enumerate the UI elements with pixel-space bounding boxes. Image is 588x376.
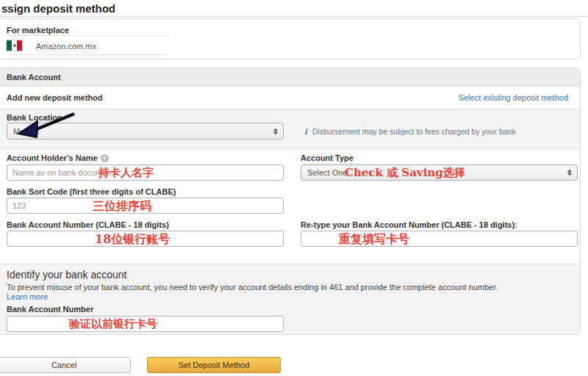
account-holder-label: Account Holder's Name?	[7, 153, 109, 162]
select-arrows-icon	[273, 128, 278, 134]
verify-account-number-input[interactable]	[7, 316, 284, 332]
bank-location-value: Mexico	[13, 127, 39, 136]
bank-account-header: Bank Account	[0, 68, 580, 87]
assign-deposit-method-page: ssign deposit method For marketplace Ama…	[0, 0, 588, 376]
add-method-row: Add new deposit method Select existing d…	[0, 87, 580, 109]
identify-heading: Identify your bank account	[7, 269, 126, 281]
select-existing-deposit-link[interactable]: Select existing deposit method	[459, 93, 568, 102]
mexico-flag-icon	[7, 40, 22, 51]
marketplace-card: For marketplace Amazon.com.mx	[0, 18, 581, 59]
info-icon: i	[304, 127, 307, 136]
bank-location-section: Bank Location Mexico iDisbursement may b…	[0, 109, 580, 149]
retype-account-number-input[interactable]	[301, 231, 578, 247]
verify-account-number-label: Bank Account Number	[7, 305, 93, 314]
marketplace-label: For marketplace	[7, 26, 69, 35]
divider	[7, 35, 168, 36]
cancel-button[interactable]: Cancel	[0, 357, 131, 373]
bank-account-card: Bank Account Add new deposit method Sele…	[0, 68, 581, 335]
help-icon[interactable]: ?	[101, 154, 109, 162]
account-type-value: Select One	[307, 168, 347, 177]
title-divider	[0, 16, 588, 17]
page-title: ssign deposit method	[1, 2, 115, 15]
bank-account-header-label: Bank Account	[7, 73, 61, 82]
identify-description: To prevent misuse of your bank account, …	[7, 283, 498, 292]
identify-bank-account-section: Identify your bank account To prevent mi…	[0, 264, 580, 334]
add-new-deposit-label: Add new deposit method	[7, 93, 103, 102]
select-arrows-icon	[567, 170, 572, 176]
account-holder-input[interactable]	[7, 164, 284, 181]
disbursement-note: iDisbursement may be subject to fees cha…	[304, 127, 516, 136]
learn-more-link[interactable]: Learn more	[7, 292, 48, 301]
account-number-label: Bank Account Number (CLABE - 18 digits)	[7, 220, 169, 229]
account-number-input[interactable]	[7, 231, 284, 247]
bank-location-label: Bank Location	[7, 113, 62, 122]
divider	[7, 54, 168, 55]
deposit-form: Account Holder's Name? Account Type 持卡人名…	[0, 149, 580, 264]
retype-account-number-label: Re-type your Bank Account Number (CLABE …	[301, 220, 517, 229]
sort-code-label: Bank Sort Code (first three digits of CL…	[7, 187, 176, 196]
account-type-label: Account Type	[301, 153, 354, 162]
sort-code-input[interactable]	[7, 198, 284, 214]
set-deposit-method-button[interactable]: Set Deposit Method	[147, 357, 281, 373]
bank-location-select[interactable]: Mexico	[7, 123, 284, 140]
marketplace-name: Amazon.com.mx	[36, 42, 96, 51]
account-type-select[interactable]: Select One	[301, 164, 578, 181]
